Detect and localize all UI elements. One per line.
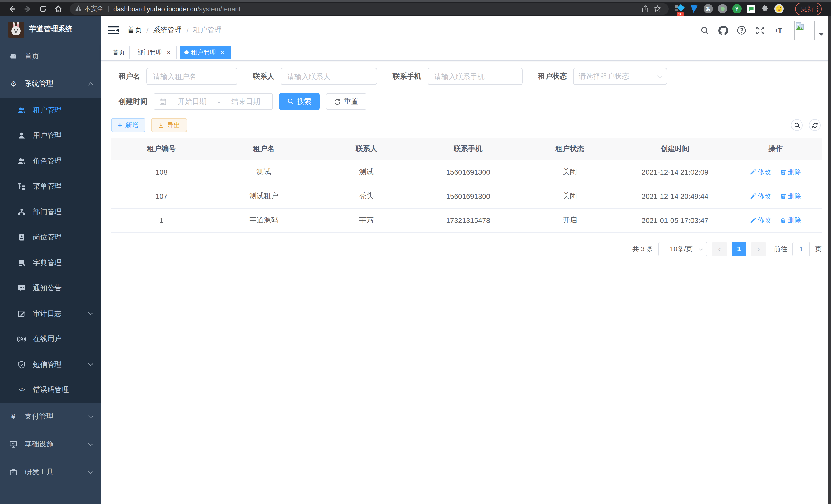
tags-view: 首页 部门管理 × 租户管理 × bbox=[101, 45, 831, 61]
navbar-actions: TT bbox=[698, 21, 824, 40]
calendar-icon bbox=[159, 98, 167, 105]
mobile-input[interactable] bbox=[428, 68, 523, 85]
delete-link[interactable]: 删除 bbox=[780, 215, 801, 225]
page-1-button[interactable]: 1 bbox=[732, 242, 746, 256]
reload-icon[interactable] bbox=[36, 2, 49, 16]
plus-icon: + bbox=[118, 121, 122, 129]
sidebar-item-tenant[interactable]: 租户管理 bbox=[0, 98, 101, 123]
chevron-down-icon bbox=[657, 73, 662, 78]
caret-down-icon bbox=[819, 33, 824, 36]
home-icon[interactable] bbox=[51, 2, 65, 16]
edit-icon bbox=[750, 217, 756, 223]
sidebar-item-home[interactable]: 首页 bbox=[0, 42, 101, 70]
profile-avatar-icon[interactable] bbox=[774, 4, 784, 13]
status-select[interactable]: 请选择租户状态 bbox=[573, 68, 667, 85]
share-icon[interactable] bbox=[640, 4, 650, 14]
extension-gray-green-icon[interactable] bbox=[718, 4, 727, 13]
sidebar-item-auditlog[interactable]: 审计日志 bbox=[0, 301, 101, 326]
extension-kite-icon[interactable] bbox=[689, 4, 698, 13]
refresh-table-icon[interactable] bbox=[809, 119, 821, 131]
cell-contact: 秃头 bbox=[316, 184, 418, 208]
security-label[interactable]: 不安全 bbox=[84, 4, 104, 13]
search-button[interactable]: 搜索 bbox=[279, 93, 320, 110]
fullscreen-icon[interactable] bbox=[754, 24, 766, 36]
sidebar-item-menu[interactable]: 菜单管理 bbox=[0, 174, 101, 199]
reset-button[interactable]: 重置 bbox=[326, 93, 366, 110]
table-header-row: 租户编号 租户名 联系人 联系手机 租户状态 创建时间 操作 bbox=[111, 138, 822, 160]
sidebar-item-notice[interactable]: 通知公告 bbox=[0, 276, 101, 301]
extension-y-icon[interactable]: Y bbox=[732, 4, 742, 13]
extensions-puzzle-icon[interactable] bbox=[760, 4, 769, 13]
tenant-name-input[interactable] bbox=[146, 68, 237, 85]
extension-blue-diamond-icon[interactable]: 10 bbox=[675, 4, 684, 13]
avatar[interactable] bbox=[794, 21, 814, 40]
cell-actions: 修改 删除 bbox=[729, 184, 822, 208]
bookmark-star-icon[interactable] bbox=[652, 4, 662, 14]
chrome-update-button[interactable]: 更新 bbox=[795, 2, 822, 15]
omnibox-divider bbox=[108, 5, 109, 12]
sidebar-item-user[interactable]: 用户管理 bbox=[0, 123, 101, 148]
back-icon[interactable] bbox=[5, 2, 19, 16]
header-search-icon[interactable] bbox=[698, 24, 711, 36]
pagination: 共 3 条 10条/页 ‹ 1 › 前往 页 bbox=[111, 242, 822, 256]
trash-icon bbox=[780, 217, 786, 223]
sidebar-item-dict[interactable]: 字典管理 bbox=[0, 250, 101, 276]
app-title: 芋道管理系统 bbox=[29, 25, 73, 34]
tab-tenant[interactable]: 租户管理 × bbox=[180, 46, 231, 59]
sidebar-item-errcode[interactable]: </> 错误码管理 bbox=[0, 377, 101, 403]
edit-link[interactable]: 修改 bbox=[750, 167, 771, 176]
cell-name: 测试 bbox=[212, 160, 316, 184]
tab-dept[interactable]: 部门管理 × bbox=[133, 46, 177, 59]
logo[interactable]: 芋道管理系统 bbox=[0, 16, 101, 42]
sidebar-item-system[interactable]: ⚙ 系统管理 bbox=[0, 70, 101, 98]
delete-link[interactable]: 删除 bbox=[780, 167, 801, 176]
breadcrumb-home[interactable]: 首页 bbox=[127, 26, 142, 35]
sidebar-item-online[interactable]: 在线用户 bbox=[0, 326, 101, 352]
toggle-search-icon[interactable] bbox=[791, 119, 803, 131]
next-page-button[interactable]: › bbox=[751, 242, 766, 256]
sidebar-item-sms[interactable]: 短信管理 bbox=[0, 352, 101, 377]
breadcrumb-system[interactable]: 系统管理 bbox=[153, 26, 182, 35]
goto-page-input[interactable] bbox=[793, 242, 810, 256]
cell-mobile: 15601691300 bbox=[417, 160, 519, 184]
cell-created: 2021-12-14 21:02:09 bbox=[621, 160, 729, 184]
github-icon[interactable] bbox=[717, 24, 729, 36]
contact-input[interactable] bbox=[281, 68, 377, 85]
sidebar-item-label: 短信管理 bbox=[33, 360, 62, 369]
system-submenu: 租户管理 用户管理 角色管理 bbox=[0, 98, 101, 403]
sidebar-item-dept[interactable]: 部门管理 bbox=[0, 199, 101, 225]
chevron-down-icon bbox=[88, 310, 93, 316]
edit-link[interactable]: 修改 bbox=[750, 215, 771, 225]
edit-link[interactable]: 修改 bbox=[750, 191, 771, 201]
date-range-input[interactable]: 开始日期 - 结束日期 bbox=[154, 93, 273, 110]
sidebar-item-infra[interactable]: 基础设施 bbox=[0, 431, 101, 458]
page-url[interactable]: dashboard.yudao.iocoder.cn/system/tenant bbox=[113, 5, 241, 12]
extension-chat-icon[interactable] bbox=[747, 5, 755, 13]
warning-icon bbox=[75, 4, 82, 13]
col-mobile: 联系手机 bbox=[417, 138, 519, 160]
filter-label: 租户状态 bbox=[538, 72, 573, 81]
sidebar-collapse-icon[interactable] bbox=[108, 25, 119, 36]
sidebar-item-label: 在线用户 bbox=[33, 335, 62, 344]
delete-link[interactable]: 删除 bbox=[780, 191, 801, 201]
user-menu[interactable] bbox=[794, 21, 824, 40]
prev-page-button[interactable]: ‹ bbox=[712, 242, 727, 256]
sidebar-item-post[interactable]: 岗位管理 bbox=[0, 225, 101, 250]
add-button[interactable]: + 新增 bbox=[111, 118, 145, 132]
chrome-menu-icon[interactable] bbox=[816, 6, 818, 12]
close-icon[interactable]: × bbox=[165, 49, 172, 56]
sidebar-item-role[interactable]: 角色管理 bbox=[0, 148, 101, 174]
help-icon[interactable] bbox=[736, 24, 748, 36]
close-icon[interactable]: × bbox=[219, 49, 226, 56]
message-icon bbox=[18, 285, 26, 293]
page-size-select[interactable]: 10条/页 bbox=[658, 242, 707, 256]
forward-icon[interactable] bbox=[21, 2, 34, 16]
yen-icon: ¥ bbox=[9, 413, 18, 421]
font-size-icon[interactable]: TT bbox=[772, 24, 785, 36]
sidebar-item-devtools[interactable]: 研发工具 bbox=[0, 458, 101, 486]
tab-home[interactable]: 首页 bbox=[108, 46, 130, 59]
sidebar-item-pay[interactable]: ¥ 支付管理 bbox=[0, 403, 101, 431]
export-button[interactable]: 导出 bbox=[151, 118, 187, 132]
extension-command-icon[interactable]: ⌘ bbox=[704, 4, 713, 13]
address-bar[interactable]: 不安全 dashboard.yudao.iocoder.cn/system/te… bbox=[70, 3, 668, 14]
